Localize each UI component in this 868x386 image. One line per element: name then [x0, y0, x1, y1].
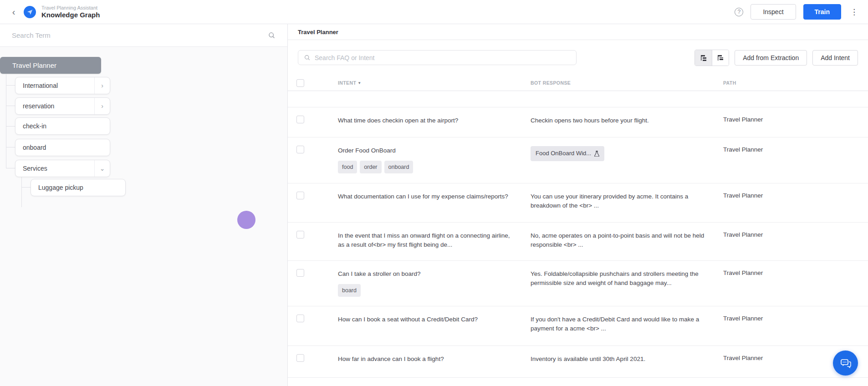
path-text: Travel Planner	[723, 183, 868, 222]
tree-node-label: International	[23, 82, 58, 89]
page-title: Knowledge Graph	[41, 11, 100, 19]
bot-response-cell: No, acme operates on a point-to-point ba…	[531, 223, 723, 260]
tree-node[interactable]: check-in	[15, 117, 110, 135]
intent-tag: board	[338, 284, 361, 297]
tree-connector	[6, 85, 15, 86]
bot-response-cell	[531, 378, 723, 386]
table-row: How far in advance can I book a flight? …	[288, 346, 868, 378]
table-row: Can I take a stroller on board? board Ye…	[288, 261, 868, 306]
path-text: Travel Planner	[723, 107, 868, 137]
table-row: What documentation can I use for my expe…	[288, 183, 868, 223]
script-icon	[594, 151, 599, 157]
chat-bubbles-icon	[840, 357, 852, 369]
intent-text[interactable]: Order Food OnBoard	[338, 146, 512, 155]
drag-cursor-marker	[237, 211, 255, 229]
faq-panel: Travel Planner	[288, 24, 868, 386]
chevron-icon[interactable]: ⌄	[94, 160, 110, 177]
search-icon	[304, 54, 311, 61]
train-button[interactable]: Train	[803, 4, 841, 20]
path-text: Travel Planner	[723, 261, 868, 306]
chat-widget-button[interactable]	[833, 350, 858, 376]
sort-desc-icon[interactable]: ▼	[357, 81, 361, 85]
tree-connector	[21, 177, 22, 207]
row-checkbox[interactable]	[296, 269, 304, 277]
view-toggle-group	[694, 50, 729, 66]
row-checkbox[interactable]	[296, 231, 304, 239]
list-view-icon[interactable]	[712, 50, 729, 66]
tree-node[interactable]: reservation ›	[15, 97, 110, 115]
bot-response-cell: You can use your itinerary provided by a…	[531, 183, 723, 222]
row-checkbox[interactable]	[296, 116, 304, 123]
row-checkbox[interactable]	[296, 146, 304, 153]
page-title-block: Travel Planning Assistant Knowledge Grap…	[41, 5, 100, 19]
bot-name: Travel Planning Assistant	[41, 5, 100, 11]
tree-connector	[6, 106, 15, 106]
faq-toolbar: Add from Extraction Add Intent	[288, 40, 868, 75]
table-row-partial	[288, 378, 868, 386]
search-icon[interactable]	[268, 31, 276, 39]
tree-node-luggage-pickup[interactable]: Luggage pickup	[31, 179, 126, 196]
chevron-icon[interactable]: ›	[94, 77, 110, 94]
tree-node-label: check-in	[23, 122, 46, 130]
intent-text[interactable]: How can I book a seat without a Credit/D…	[338, 315, 512, 324]
column-header-intent[interactable]: INTENT ▼	[338, 75, 531, 91]
back-icon[interactable]: ‹	[8, 6, 19, 17]
bot-response-cell: Food OnBoard Wid...	[531, 137, 723, 183]
table-row-empty	[288, 91, 868, 107]
inspect-button[interactable]: Inspect	[751, 4, 796, 20]
row-checkbox[interactable]	[296, 192, 304, 199]
more-options-icon[interactable]: ⋮	[848, 7, 860, 17]
tree-connector	[21, 187, 31, 188]
intent-tags: foodorderonboard	[338, 161, 512, 173]
row-checkbox[interactable]	[296, 354, 304, 362]
chevron-icon[interactable]: ›	[94, 98, 110, 114]
add-from-extraction-button[interactable]: Add from Extraction	[735, 50, 807, 66]
intent-text[interactable]: How far in advance can I book a flight?	[338, 355, 512, 364]
search-term-input[interactable]	[12, 31, 268, 39]
faq-search-bar	[298, 50, 577, 65]
faq-table: INTENT ▼ BOT RESPONSE PATH What time	[288, 75, 868, 386]
intent-tag: order	[360, 161, 381, 173]
tree-node[interactable]: onboard	[15, 139, 110, 156]
path-text: Travel Planner	[723, 223, 868, 260]
faq-search-input[interactable]	[315, 54, 571, 61]
table-row: In the event that I miss an onward fligh…	[288, 223, 868, 261]
row-checkbox[interactable]	[296, 315, 304, 322]
tree-node-label: reservation	[23, 102, 54, 110]
widget-response-chip[interactable]: Food OnBoard Wid...	[531, 146, 604, 161]
tree-node[interactable]: International ›	[15, 77, 110, 94]
column-header-path: PATH	[723, 75, 868, 91]
path-text: Travel Planner	[723, 137, 868, 183]
widget-response-label: Food OnBoard Wid...	[536, 149, 591, 158]
tree-connector	[6, 147, 15, 147]
intent-text[interactable]: What documentation can I use for my expe…	[338, 192, 512, 201]
bot-response-cell: If you don't have a Credit/Debit Card an…	[531, 306, 723, 345]
bot-response-cell: Yes. Foldable/collapsible pushchairs and…	[531, 261, 723, 306]
tree-connector	[6, 74, 6, 168]
intent-text[interactable]: What time does checkin open at the airpo…	[338, 116, 512, 125]
tree-node[interactable]: Services ⌄	[15, 160, 110, 177]
help-icon[interactable]: ?	[735, 8, 743, 16]
knowledge-tree-panel: Travel Planner International › reservati…	[0, 24, 288, 386]
tree-node-label: Services	[23, 165, 47, 172]
tree-root-node[interactable]: Travel Planner	[0, 57, 101, 74]
intent-tag: food	[338, 161, 357, 173]
select-all-checkbox[interactable]	[296, 79, 304, 87]
tree-node-label: Luggage pickup	[38, 184, 83, 191]
path-text	[723, 378, 868, 386]
add-intent-button[interactable]: Add Intent	[812, 50, 858, 66]
intent-tag: onboard	[384, 161, 414, 173]
bot-response-cell: Inventory is available until 30th April …	[531, 346, 723, 377]
tree-view-icon[interactable]	[695, 50, 712, 66]
tree-connector	[6, 168, 15, 168]
tree-canvas: Travel Planner International › reservati…	[0, 47, 287, 386]
table-row: What time does checkin open at the airpo…	[288, 107, 868, 137]
bot-avatar	[24, 6, 36, 18]
panel-title: Travel Planner	[298, 29, 338, 36]
intent-text[interactable]: In the event that I miss an onward fligh…	[338, 231, 512, 249]
term-search-bar	[0, 24, 287, 47]
path-text: Travel Planner	[723, 306, 868, 345]
panel-titlebar: Travel Planner	[288, 24, 868, 40]
intent-tags: board	[338, 284, 512, 297]
intent-text[interactable]: Can I take a stroller on board?	[338, 269, 512, 279]
